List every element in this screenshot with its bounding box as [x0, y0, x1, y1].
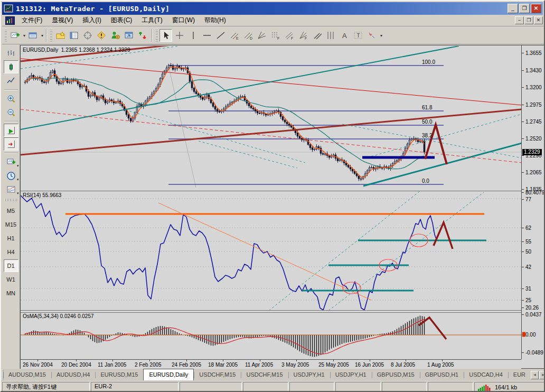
- text-tool[interactable]: A: [338, 29, 351, 42]
- indicators-button-caret[interactable]: ▾: [17, 164, 19, 168]
- gann-fan-tool[interactable]: [256, 29, 268, 42]
- rsi-tick-label: 80.4079: [525, 190, 544, 195]
- cursor-tool[interactable]: [159, 29, 172, 42]
- cursor-icon: [161, 31, 171, 40]
- rsi-panel[interactable]: [21, 191, 521, 310]
- menu-item-3[interactable]: 图表(C): [106, 15, 137, 26]
- zoom-out-button[interactable]: [4, 106, 18, 119]
- arrows-tool[interactable]: ▾: [365, 29, 378, 42]
- status-empty-panel: [382, 382, 427, 392]
- chart-tab-usdjpyh1[interactable]: USDJPY,H1: [330, 370, 372, 380]
- periods-button[interactable]: ▾: [4, 169, 18, 182]
- osma-tick-label: 0.00: [525, 332, 535, 338]
- auto-trade-button[interactable]: [136, 29, 149, 42]
- rail-separator: [4, 89, 18, 90]
- restore-button[interactable]: ❐: [519, 4, 530, 13]
- szoomout-icon: [6, 108, 16, 117]
- new-chart-button-caret[interactable]: ▾: [23, 33, 25, 38]
- indicators-button[interactable]: ▾: [4, 155, 18, 169]
- expert-advisors-button[interactable]: [109, 29, 121, 42]
- chart-tab-gbpusdm15[interactable]: GBPUSD,M15: [372, 370, 420, 380]
- chart-tab-eur[interactable]: EUR: [508, 370, 531, 380]
- timeframe-m15[interactable]: M15: [4, 218, 18, 231]
- chart-window-icon: [5, 16, 15, 25]
- sshift-icon: [6, 139, 16, 149]
- timeframe-d1[interactable]: D1: [4, 259, 18, 272]
- title-bar: 131312: MetaTrader - [EURUSD,Daily] _ ❐ …: [2, 2, 543, 15]
- hline-icon: [202, 31, 212, 40]
- timeframe-h4[interactable]: H4: [4, 246, 18, 258]
- zoom-in-button[interactable]: [4, 92, 18, 105]
- arrows-tool-caret[interactable]: ▾: [380, 33, 382, 38]
- channel-e-tool[interactable]: E: [228, 29, 241, 42]
- chart-tab-usdjpyh1[interactable]: USDJPY,H1: [288, 370, 330, 380]
- vertical-line-tool[interactable]: [187, 29, 200, 42]
- parallel-lines-tool[interactable]: [311, 29, 323, 42]
- line-chart-button[interactable]: [4, 74, 18, 87]
- svg-text:F: F: [277, 36, 279, 40]
- chart-tab-audusdm15[interactable]: AUDUSD,M15: [3, 370, 51, 380]
- price-chart[interactable]: 100.061.850.038.20.0: [21, 46, 521, 191]
- favorites-icon: [55, 31, 65, 40]
- new-chart-button[interactable]: ▾: [8, 29, 21, 42]
- minimize-button[interactable]: _: [508, 4, 518, 13]
- fibo-channel-tool[interactable]: F: [283, 29, 296, 42]
- channel-d-tool[interactable]: D: [242, 29, 255, 42]
- chart-tab-usdchfm15[interactable]: USDCHF,M15: [241, 370, 288, 380]
- menu-item-4[interactable]: 工具(T): [137, 15, 167, 26]
- status-empty-panel: [243, 382, 288, 392]
- toolbar-grip: [5, 29, 7, 42]
- toolbar-separator: [46, 29, 47, 42]
- trendline-tool[interactable]: [214, 29, 227, 42]
- fibo-retracement-tool[interactable]: F: [269, 29, 282, 42]
- price-tick-label: 1.3655: [525, 50, 542, 56]
- svg-text:T: T: [357, 33, 360, 39]
- osma-tick-label: -0.0489: [525, 350, 543, 356]
- cycle-lines-tool[interactable]: [324, 29, 337, 42]
- fibo-fan-tool[interactable]: F: [297, 29, 309, 42]
- date-tick-label: 8 Jul 2005: [391, 362, 415, 368]
- candlestick-button[interactable]: [4, 60, 18, 73]
- chart-tab-gbpusdh1[interactable]: GBPUSD,H1: [420, 370, 464, 380]
- auto-scroll-button[interactable]: [4, 124, 18, 137]
- chart-tab-eurusdm15[interactable]: EURUSD,M15: [95, 370, 143, 380]
- chart-tab-usdchfm15[interactable]: USDCHF,M15: [194, 370, 241, 380]
- chart-tab-audusdh4[interactable]: AUDUSD,H4: [51, 370, 96, 380]
- menu-item-5[interactable]: 窗口(W): [167, 15, 200, 26]
- timeframe-w1[interactable]: W1: [4, 273, 18, 286]
- fib-level-label: 0.0: [422, 178, 429, 184]
- timeframe-h1[interactable]: H1: [4, 232, 18, 245]
- favorites-button[interactable]: [54, 29, 67, 42]
- child-minimize-button[interactable]: –: [515, 16, 524, 24]
- chart-tab-usdcadh4[interactable]: USDCAD,H4: [464, 370, 508, 380]
- close-button[interactable]: ✕: [531, 4, 541, 13]
- profiles-button[interactable]: ▾: [26, 29, 39, 42]
- chart-shift-button[interactable]: [4, 137, 18, 151]
- menu-item-2[interactable]: 插入(I): [78, 15, 106, 26]
- menu-item-6[interactable]: 帮助(H): [200, 15, 231, 26]
- child-close-button[interactable]: ✕: [534, 16, 543, 24]
- child-restore-button[interactable]: ❐: [524, 16, 533, 24]
- timeframe-mn[interactable]: MN: [4, 287, 18, 300]
- bar-chart-button[interactable]: [4, 46, 18, 60]
- timeframe-m5[interactable]: M5: [4, 204, 18, 217]
- horizontal-line-tool[interactable]: [201, 29, 213, 42]
- periods-button-caret[interactable]: ▾: [17, 178, 19, 182]
- rsi-label: RSI(14) 55.9663: [23, 192, 61, 198]
- alerts-button[interactable]: [95, 29, 108, 42]
- crosshair-tool[interactable]: [173, 29, 186, 42]
- templates-button-caret[interactable]: ▾: [17, 191, 19, 195]
- menu-item-0[interactable]: 文件(F): [17, 15, 47, 26]
- profiles-button-caret[interactable]: ▾: [41, 33, 43, 38]
- text-label-tool[interactable]: T: [352, 29, 364, 42]
- data-window-button[interactable]: [68, 29, 80, 42]
- tab-scroll-right[interactable]: ►: [539, 371, 545, 379]
- toolbar-grip: [156, 29, 158, 42]
- tab-scroll-left[interactable]: ◄: [531, 371, 539, 379]
- fullscreen-button[interactable]: [123, 29, 135, 42]
- chart-tab-eurusddaily[interactable]: EURUSD,Daily: [143, 369, 194, 380]
- navigator-button[interactable]: [81, 29, 94, 42]
- osma-panel[interactable]: [21, 312, 521, 359]
- templates-button[interactable]: ▾: [4, 183, 18, 196]
- menu-item-1[interactable]: 显视(V): [47, 15, 78, 26]
